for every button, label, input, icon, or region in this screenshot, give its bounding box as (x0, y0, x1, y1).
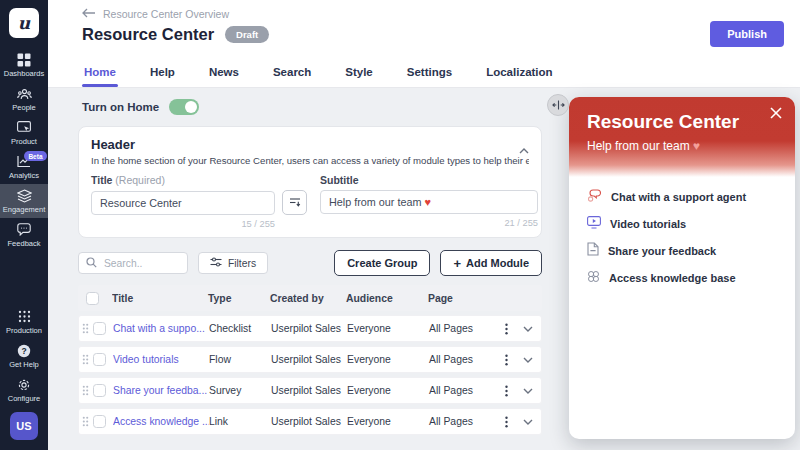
chevron-down-icon[interactable] (515, 388, 541, 394)
status-badge: Draft (225, 26, 269, 43)
create-group-button[interactable]: Create Group (334, 250, 430, 276)
sidebar-item-configure[interactable]: Configure (0, 373, 48, 407)
module-created-by: Userpilot Sales (271, 323, 347, 334)
module-audience: Everyone (347, 354, 429, 365)
drag-handle-icon[interactable] (82, 385, 89, 396)
panel-resize-handle[interactable] (547, 94, 569, 116)
top-bar: Resource Center Overview Resource Center… (48, 0, 800, 88)
module-type: Link (209, 416, 271, 427)
chevron-down-icon[interactable] (515, 419, 541, 425)
column-header-type[interactable]: Type (208, 293, 270, 304)
content-area: Turn on Home Header In the home section … (48, 89, 800, 450)
gear-icon (17, 377, 31, 392)
sidebar-item-get-help[interactable]: ? Get Help (0, 339, 48, 373)
kebab-menu-icon[interactable] (497, 354, 515, 366)
preview-item-video[interactable]: Video tutorials (587, 210, 777, 237)
preview-module-list: Chat with a support agent Video tutorial… (569, 177, 795, 291)
module-page: All Pages (429, 354, 497, 365)
add-module-button[interactable]: + Add Module (440, 250, 542, 276)
table-row: Video tutorials Flow Userpilot Sales Eve… (78, 346, 542, 373)
column-header-created-by[interactable]: Created by (270, 293, 346, 304)
tab-search[interactable]: Search (271, 60, 313, 87)
chevron-down-icon[interactable] (515, 326, 541, 332)
sidebar-item-product[interactable]: Product (0, 116, 48, 150)
row-checkbox[interactable] (93, 353, 106, 366)
module-title-link[interactable]: Share your feedba... (113, 385, 209, 396)
close-icon[interactable] (770, 105, 782, 123)
tab-home[interactable]: Home (82, 60, 118, 87)
preview-item-knowledge[interactable]: Access knowledge base (587, 264, 777, 291)
search-input[interactable] (102, 257, 180, 270)
module-type: Checklist (209, 323, 271, 334)
search-box[interactable] (78, 252, 188, 274)
row-checkbox[interactable] (93, 384, 106, 397)
sidebar-item-feedback[interactable]: Feedback (0, 218, 48, 252)
tab-localization[interactable]: Localization (484, 60, 554, 87)
column-header-audience[interactable]: Audience (346, 293, 428, 304)
column-header-title[interactable]: Title (112, 293, 208, 304)
sidebar-item-production[interactable]: Production (0, 305, 48, 339)
heart-icon: ♥ (424, 196, 431, 208)
title-required-label: (Required) (115, 174, 165, 186)
kebab-menu-icon[interactable] (497, 385, 515, 397)
filters-icon (210, 257, 222, 269)
preview-subtitle: Help from our team♥ (587, 139, 777, 153)
tab-help[interactable]: Help (148, 60, 177, 87)
preview-item-feedback[interactable]: Share your feedback (587, 237, 777, 264)
sidebar-item-label: People (12, 103, 35, 112)
header-card: Header In the home section of your Resou… (78, 126, 542, 238)
module-created-by: Userpilot Sales (271, 354, 347, 365)
header-card-description: In the home section of your Resource Cen… (91, 155, 529, 166)
sidebar-item-people[interactable]: People (0, 82, 48, 116)
sidebar: u Dashboards People Product Beta Analyti (0, 0, 48, 450)
chevron-up-icon[interactable] (519, 140, 529, 158)
sidebar-item-label: Analytics (9, 171, 39, 180)
filters-button[interactable]: Filters (198, 252, 268, 274)
chevron-down-icon[interactable] (515, 357, 541, 363)
module-type: Flow (209, 354, 271, 365)
subtitle-input[interactable]: Help from our team ♥ (320, 190, 538, 214)
subtitle-char-counter: 21 / 255 (320, 218, 538, 228)
title-input[interactable]: Resource Center (91, 191, 275, 215)
user-avatar[interactable]: US (10, 412, 38, 440)
breadcrumb-label: Resource Center Overview (103, 8, 229, 20)
column-header-page[interactable]: Page (428, 293, 498, 304)
drag-handle-icon[interactable] (82, 323, 89, 334)
table-row: Chat with a suppo... Checklist Userpilot… (78, 315, 542, 342)
row-checkbox[interactable] (93, 322, 106, 335)
turn-on-home-label: Turn on Home (82, 101, 159, 113)
engagement-icon (17, 188, 32, 203)
sidebar-item-analytics[interactable]: Beta Analytics (0, 150, 48, 184)
module-title-link[interactable]: Video tutorials (113, 354, 209, 365)
sidebar-item-label: Get Help (9, 360, 39, 369)
resource-center-preview: Resource Center Help from our team♥ Chat… (569, 97, 795, 439)
sidebar-item-label: Production (6, 326, 42, 335)
tab-settings[interactable]: Settings (405, 60, 454, 87)
module-title-link[interactable]: Access knowledge ... (113, 416, 209, 427)
sidebar-item-label: Engagement (3, 205, 46, 214)
subtitle-field-label: Subtitle (320, 174, 359, 186)
module-toolbar: Filters Create Group + Add Module (78, 250, 542, 276)
userpilot-logo[interactable]: u (9, 8, 39, 38)
back-arrow-icon[interactable] (82, 8, 96, 20)
drag-handle-icon[interactable] (82, 354, 89, 365)
publish-button[interactable]: Publish (710, 21, 784, 47)
table-header: Title Type Created by Audience Page (78, 285, 542, 311)
plus-icon: + (453, 257, 461, 270)
preview-header: Resource Center Help from our team♥ (569, 97, 795, 177)
module-audience: Everyone (347, 385, 429, 396)
select-all-checkbox[interactable] (86, 292, 99, 305)
tab-style[interactable]: Style (343, 60, 375, 87)
insert-text-button[interactable] (282, 190, 307, 215)
row-checkbox[interactable] (93, 415, 106, 428)
kebab-menu-icon[interactable] (497, 416, 515, 428)
breadcrumb[interactable]: Resource Center Overview (82, 8, 229, 20)
kebab-menu-icon[interactable] (497, 323, 515, 335)
sidebar-item-engagement[interactable]: Engagement (0, 184, 48, 218)
sidebar-item-dashboards[interactable]: Dashboards (0, 48, 48, 82)
tab-news[interactable]: News (207, 60, 241, 87)
drag-handle-icon[interactable] (82, 416, 89, 427)
preview-item-chat[interactable]: Chat with a support agent (587, 183, 777, 210)
module-title-link[interactable]: Chat with a suppo... (113, 323, 209, 334)
turn-on-home-toggle[interactable] (169, 99, 199, 115)
